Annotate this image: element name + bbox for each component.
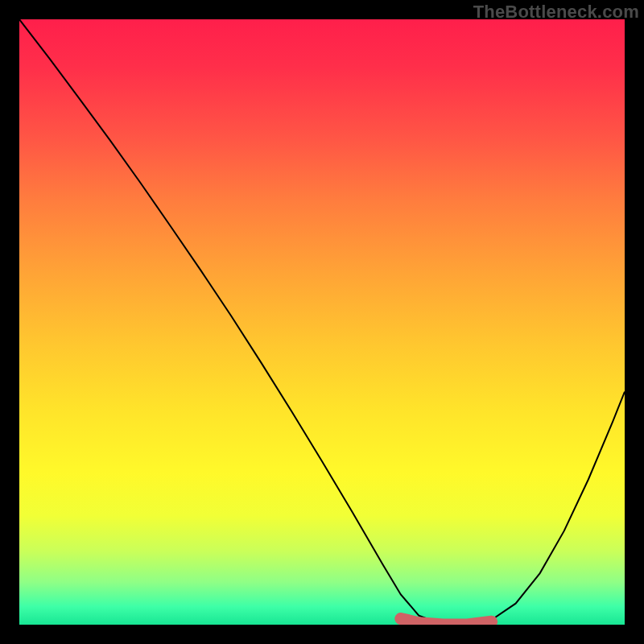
plot-area <box>19 19 625 625</box>
chart-frame: TheBottleneck.com <box>0 0 644 644</box>
marker-path <box>401 619 492 625</box>
optimal-marker <box>19 19 625 625</box>
